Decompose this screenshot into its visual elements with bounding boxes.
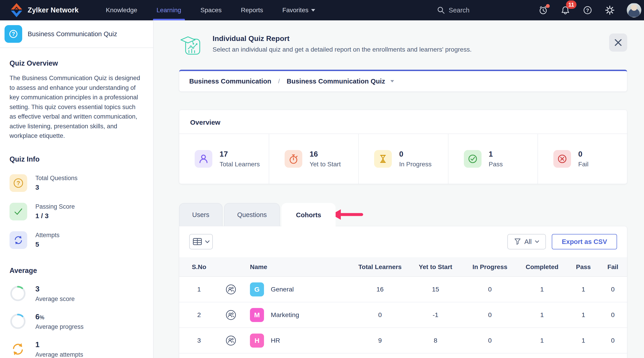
col-header-completed: Completed xyxy=(516,263,568,271)
table-row[interactable]: 4 C Customer Succe xyxy=(179,354,627,358)
filter-funnel-icon xyxy=(514,238,521,245)
nav-item-learning[interactable]: Learning xyxy=(156,0,181,20)
filter-value: All xyxy=(524,238,532,245)
breadcrumb-parent-link[interactable]: Business Communication xyxy=(189,77,271,85)
table-header: S.No Name Total Learners Yet to Start In… xyxy=(179,258,627,277)
col-header-fail: Fail xyxy=(599,263,627,271)
export-csv-button[interactable]: Export as CSV xyxy=(552,234,617,249)
activity-alert-dot xyxy=(546,4,550,8)
cell-fail: 0 xyxy=(599,337,627,344)
cell-completed: 1 xyxy=(516,337,568,344)
breadcrumb-separator: / xyxy=(278,78,280,85)
cell-pass: 1 xyxy=(568,286,599,293)
settings-gear-icon[interactable] xyxy=(604,5,615,15)
cell-yet-to-start: 8 xyxy=(407,337,464,344)
stat-in-progress: 0In Progress xyxy=(358,134,448,184)
nav-item-spaces[interactable]: Spaces xyxy=(200,0,222,20)
col-header-in-progress: In Progress xyxy=(464,263,516,271)
stat-fail: 0Fail xyxy=(538,134,627,184)
quiz-overview-heading: Quiz Overview xyxy=(10,59,144,67)
stat-yet-to-start: 16Yet to Start xyxy=(269,134,358,184)
cell-total-learners: 16 xyxy=(353,286,407,293)
nav-item-favorites[interactable]: Favorites xyxy=(282,0,315,20)
nav-item-reports[interactable]: Reports xyxy=(241,0,263,20)
question-circle-icon: ? xyxy=(10,174,27,192)
table-row[interactable]: 2 M Marketing xyxy=(179,302,627,328)
tab-users[interactable]: Users xyxy=(179,203,222,226)
cohort-initial-badge: H xyxy=(250,334,264,348)
info-label: Passing Score xyxy=(35,203,75,210)
info-item-passing-score: Passing Score 1 / 3 xyxy=(10,203,144,220)
tab-cohorts[interactable]: Cohorts xyxy=(282,203,336,226)
filter-button[interactable]: All xyxy=(507,234,546,249)
top-nav: Zylker Network Knowledge Learning Spaces… xyxy=(0,0,644,20)
cohort-group-icon xyxy=(219,310,243,321)
cell-fail: 0 xyxy=(599,311,627,319)
cell-in-progress: 0 xyxy=(464,286,516,293)
tab-questions[interactable]: Questions xyxy=(224,203,280,226)
cell-sno: 2 xyxy=(179,311,219,319)
search-icon xyxy=(437,6,445,14)
cohort-name: HR xyxy=(271,337,280,344)
nav-item-knowledge[interactable]: Knowledge xyxy=(106,0,137,20)
notifications-bell-icon[interactable]: 11 xyxy=(560,5,570,15)
cohort-name: General xyxy=(271,286,294,293)
column-picker-button[interactable] xyxy=(189,234,213,249)
cell-total-learners: 9 xyxy=(353,337,407,344)
brand-name: Zylker Network xyxy=(28,6,79,14)
cell-pass: 1 xyxy=(568,311,599,319)
average-score-label: Average score xyxy=(35,296,75,303)
refresh-icon xyxy=(10,231,27,249)
cell-in-progress: 0 xyxy=(464,311,516,319)
page: Zylker Network Knowledge Learning Spaces… xyxy=(0,0,644,358)
stat-pass: 1Pass xyxy=(448,134,538,184)
svg-text:?: ? xyxy=(586,7,589,13)
page-subtitle: Select an individual quiz and get a deta… xyxy=(212,46,472,53)
chevron-down-icon xyxy=(311,9,315,11)
average-progress-item: 6% Average progress xyxy=(10,313,144,330)
report-header: Individual Quiz Report Select an individ… xyxy=(179,33,627,57)
table-toolbar: All Export as CSV xyxy=(179,226,627,258)
breadcrumb: Business Communication / Business Commun… xyxy=(179,70,627,92)
help-icon[interactable]: ? xyxy=(582,5,593,15)
average-score-item: 3 Average score xyxy=(10,285,144,303)
cell-completed: 1 xyxy=(516,311,568,319)
breadcrumb-dropdown-icon[interactable] xyxy=(390,80,394,82)
sidebar: ? Business Communication Quiz Quiz Overv… xyxy=(0,20,154,358)
cell-sno: 1 xyxy=(179,286,219,293)
cell-completed: 1 xyxy=(516,286,568,293)
col-header-total-learners: Total Learners xyxy=(353,263,407,271)
cohort-name: Marketing xyxy=(271,311,299,319)
quiz-info-heading: Quiz Info xyxy=(10,155,144,163)
info-value: 1 / 3 xyxy=(35,212,75,220)
notification-badge: 11 xyxy=(566,0,576,9)
stat-total-learners: 17Total Learners xyxy=(179,134,269,184)
table-body: 1 G General xyxy=(179,277,627,358)
table-columns-icon xyxy=(192,237,202,246)
user-avatar[interactable] xyxy=(627,3,641,17)
page-title: Individual Quiz Report xyxy=(212,34,472,43)
average-attempts-label: Average attempts xyxy=(35,351,83,358)
circle-check-icon xyxy=(464,150,482,168)
favorites-label: Favorites xyxy=(282,6,308,14)
search-input[interactable]: Search xyxy=(437,6,470,14)
cell-in-progress: 0 xyxy=(464,337,516,344)
cell-yet-to-start: -1 xyxy=(407,311,464,319)
cell-sno: 3 xyxy=(179,337,219,344)
table-row[interactable]: 3 H HR xyxy=(179,328,627,354)
overview-title: Overview xyxy=(179,110,627,134)
average-progress-value: 6% xyxy=(35,313,84,321)
col-header-pass: Pass xyxy=(568,263,599,271)
table-row[interactable]: 1 G General xyxy=(179,277,627,302)
cell-pass: 1 xyxy=(568,337,599,344)
recent-activity-clock-icon[interactable] xyxy=(538,5,548,15)
sidebar-quiz-title: Business Communication Quiz xyxy=(28,30,117,38)
breadcrumb-current[interactable]: Business Communication Quiz xyxy=(287,77,385,85)
overview-panel: Overview 17Total Learners xyxy=(179,110,627,184)
col-header-sno: S.No xyxy=(179,263,219,271)
average-heading: Average xyxy=(10,267,144,275)
average-progress-label: Average progress xyxy=(35,323,84,330)
stopwatch-icon xyxy=(284,150,302,168)
score-donut-ring xyxy=(10,285,26,302)
close-button[interactable] xyxy=(609,33,627,52)
